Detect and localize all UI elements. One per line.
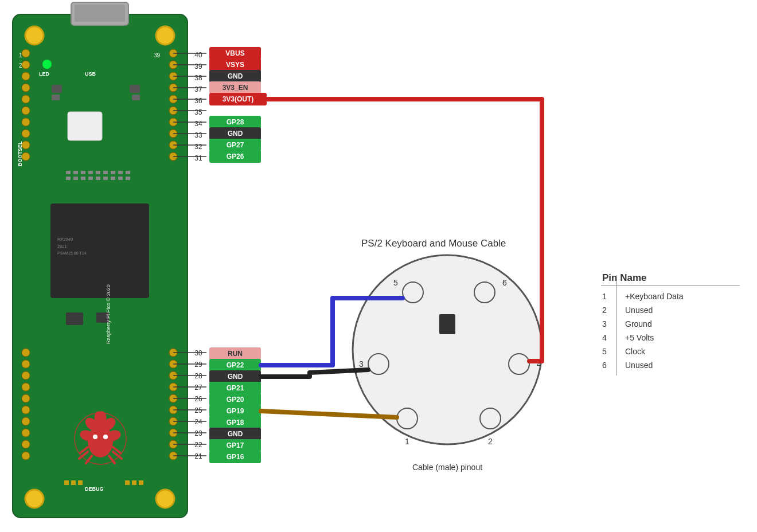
svg-text:36: 36 (194, 97, 202, 105)
svg-rect-13 (130, 85, 140, 93)
svg-text:5: 5 (602, 347, 607, 356)
svg-text:Ground: Ground (625, 319, 652, 328)
svg-point-76 (22, 152, 30, 161)
svg-text:1: 1 (405, 437, 409, 446)
svg-point-86 (22, 452, 30, 460)
svg-text:37: 37 (194, 85, 202, 93)
svg-point-77 (22, 349, 30, 357)
svg-rect-15 (132, 95, 140, 100)
svg-text:6: 6 (602, 361, 607, 370)
svg-rect-23 (118, 171, 123, 174)
svg-point-73 (22, 118, 30, 126)
svg-text:Clock: Clock (625, 347, 646, 356)
svg-rect-24 (126, 171, 130, 174)
svg-rect-25 (66, 177, 71, 180)
svg-text:RP2040: RP2040 (57, 237, 73, 242)
svg-text:GP19: GP19 (227, 407, 244, 415)
svg-rect-22 (111, 171, 115, 174)
svg-rect-20 (96, 171, 100, 174)
svg-point-70 (22, 84, 30, 92)
svg-text:33: 33 (194, 131, 202, 139)
svg-rect-11 (68, 112, 102, 140)
svg-text:GP20: GP20 (227, 396, 244, 404)
svg-text:GP17: GP17 (227, 441, 244, 449)
svg-text:GP22: GP22 (227, 361, 244, 369)
svg-rect-198 (439, 314, 455, 334)
svg-rect-59 (71, 480, 76, 485)
svg-text:+5 Volts: +5 Volts (625, 333, 654, 342)
svg-text:GND: GND (228, 72, 243, 80)
svg-text:28: 28 (194, 372, 202, 380)
svg-text:5: 5 (393, 278, 398, 287)
svg-rect-19 (88, 171, 93, 174)
svg-point-78 (22, 360, 30, 368)
svg-text:VSYS: VSYS (226, 61, 244, 69)
svg-text:GP28: GP28 (227, 118, 244, 126)
svg-text:GP16: GP16 (227, 453, 244, 461)
svg-text:39: 39 (194, 62, 202, 71)
svg-text:2: 2 (602, 306, 607, 315)
svg-text:DEBUG: DEBUG (85, 486, 104, 492)
svg-text:GND: GND (228, 373, 243, 381)
svg-text:GND: GND (228, 130, 243, 138)
svg-point-49 (103, 435, 108, 439)
svg-text:26: 26 (194, 395, 202, 403)
svg-text:GP18: GP18 (227, 418, 244, 427)
svg-rect-33 (126, 177, 130, 180)
svg-text:USB: USB (85, 71, 96, 77)
svg-text:GND: GND (228, 430, 243, 438)
svg-text:30: 30 (194, 349, 202, 357)
svg-point-84 (22, 429, 30, 437)
svg-text:1: 1 (602, 292, 607, 301)
svg-point-2 (156, 26, 174, 45)
svg-text:29: 29 (194, 361, 202, 369)
svg-point-1 (25, 26, 44, 45)
svg-text:32: 32 (194, 143, 202, 151)
svg-text:GP27: GP27 (227, 141, 244, 149)
svg-point-48 (93, 435, 97, 439)
svg-text:38: 38 (194, 74, 202, 82)
svg-text:24: 24 (194, 418, 202, 426)
svg-point-72 (22, 107, 30, 115)
svg-rect-62 (132, 480, 136, 485)
svg-rect-6 (75, 5, 125, 22)
svg-text:39: 39 (154, 52, 161, 58)
svg-text:PS4M15.00 T14: PS4M15.00 T14 (57, 251, 87, 255)
svg-text:25: 25 (194, 406, 202, 414)
svg-point-80 (22, 383, 30, 391)
svg-point-47 (88, 425, 113, 457)
svg-text:Pin  Name: Pin Name (602, 272, 646, 283)
svg-text:Cable (male) pinout: Cable (male) pinout (412, 463, 482, 472)
svg-text:27: 27 (194, 384, 202, 392)
svg-point-69 (22, 72, 30, 80)
svg-text:35: 35 (194, 108, 202, 116)
svg-rect-16 (66, 171, 71, 174)
svg-point-7 (42, 60, 52, 69)
svg-text:2: 2 (488, 437, 493, 446)
svg-point-4 (156, 490, 174, 508)
svg-rect-60 (78, 480, 83, 485)
svg-point-3 (25, 490, 44, 508)
svg-point-81 (22, 394, 30, 402)
svg-text:2021: 2021 (57, 244, 67, 249)
svg-point-85 (22, 440, 30, 448)
svg-point-67 (22, 49, 30, 57)
svg-point-83 (22, 417, 30, 425)
svg-rect-12 (52, 85, 62, 93)
svg-rect-63 (139, 480, 143, 485)
svg-text:LED: LED (39, 71, 50, 77)
svg-rect-29 (96, 177, 100, 180)
svg-rect-18 (81, 171, 85, 174)
svg-text:34: 34 (194, 120, 202, 128)
svg-text:Raspberry Pi Pico © 2020: Raspberry Pi Pico © 2020 (106, 284, 111, 344)
svg-rect-28 (88, 177, 93, 180)
svg-text:23: 23 (194, 429, 202, 437)
svg-text:RUN: RUN (228, 350, 243, 358)
svg-text:GP21: GP21 (227, 384, 244, 392)
svg-text:3: 3 (602, 319, 607, 328)
svg-rect-21 (103, 171, 108, 174)
svg-rect-61 (125, 480, 130, 485)
svg-point-71 (22, 95, 30, 103)
svg-text:22: 22 (194, 441, 202, 449)
svg-point-82 (22, 406, 30, 414)
